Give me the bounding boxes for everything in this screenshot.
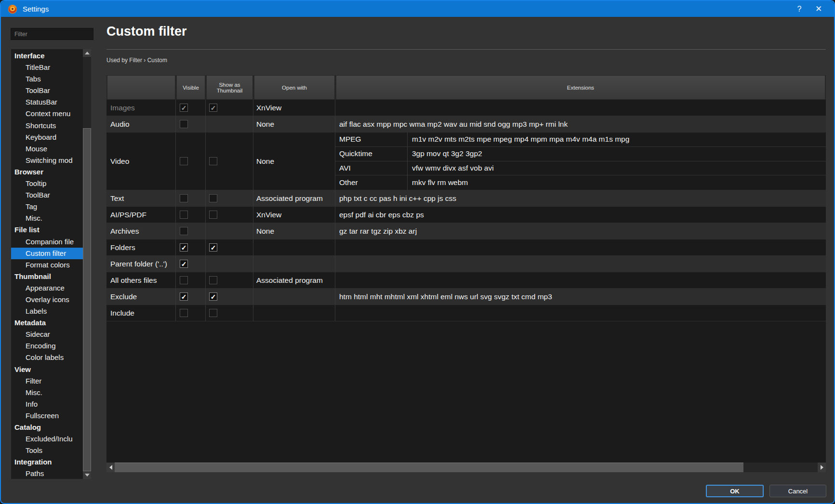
tree-item-statusbar[interactable]: StatusBar	[11, 96, 83, 108]
table-row-ai-ps-pdf[interactable]: AI/PS/PDFXnViewepsf pdf ai cbr eps cbz p…	[106, 207, 826, 223]
format-extensions[interactable]: 3gp mov qt 3g2 3gp2	[408, 147, 826, 161]
video-format-row-other[interactable]: Othermkv flv rm webm	[335, 175, 826, 190]
visible-checkbox-all-others-files[interactable]	[180, 276, 188, 284]
format-extensions[interactable]: mkv flv rm webm	[408, 175, 826, 190]
tree-group-file-list[interactable]: File list	[11, 224, 83, 236]
extensions-value[interactable]	[335, 239, 826, 255]
tree-item-color-labels[interactable]: Color labels	[11, 352, 83, 363]
thumbnail-checkbox-exclude[interactable]: ✓	[209, 292, 217, 301]
tree-item-tabs[interactable]: Tabs	[11, 73, 83, 85]
thumbnail-checkbox-text[interactable]	[209, 194, 217, 202]
table-row-exclude[interactable]: Exclude✓✓htm html mht mhtml xml xhtml em…	[106, 289, 826, 305]
tree-group-interface[interactable]: Interface	[11, 50, 83, 62]
scroll-right-button[interactable]	[818, 463, 826, 472]
column-header-open-with[interactable]: Open with	[254, 76, 334, 99]
thumbnail-checkbox-include[interactable]	[209, 309, 217, 317]
visible-checkbox-exclude[interactable]: ✓	[180, 292, 188, 301]
titlebar[interactable]: Settings ? ✕	[1, 1, 834, 17]
tree-item-appearance[interactable]: Appearance	[11, 282, 83, 294]
tree-item-switching-mod[interactable]: Switching mod	[11, 155, 83, 166]
tree-item-excluded-inclu[interactable]: Excluded/Inclu	[11, 433, 83, 445]
tree-group-thumbnail[interactable]: Thumbnail	[11, 271, 83, 282]
tree-item-keyboard[interactable]: Keyboard	[11, 132, 83, 143]
tree-item-info[interactable]: Info	[11, 398, 83, 410]
table-row-audio[interactable]: AudioNoneaif flac asx mpp mpc wma mp2 wa…	[106, 116, 826, 133]
extensions-value[interactable]: gz tar rar tgz zip xbz arj	[335, 223, 826, 239]
open-with-value[interactable]: Associated program	[253, 272, 335, 288]
tree-item-sidecar[interactable]: Sidecar	[11, 329, 83, 340]
visible-checkbox-archives[interactable]	[180, 227, 188, 235]
close-button[interactable]: ✕	[809, 4, 828, 14]
tree-item-overlay-icons[interactable]: Overlay icons	[11, 294, 83, 305]
scroll-down-button[interactable]	[83, 471, 91, 479]
tree-group-integration[interactable]: Integration	[11, 456, 83, 468]
thumbnail-checkbox-video[interactable]	[209, 157, 217, 165]
tree-item-format-colors[interactable]: Format colors	[11, 259, 83, 271]
extensions-value[interactable]	[335, 100, 826, 116]
sidebar-filter-input[interactable]	[11, 28, 93, 40]
help-button[interactable]: ?	[790, 5, 809, 13]
extensions-value[interactable]: php txt c cc pas h ini c++ cpp js css	[335, 190, 826, 206]
extensions-value[interactable]	[335, 256, 826, 272]
tree-item-misc[interactable]: Misc.	[11, 212, 83, 224]
thumbnail-checkbox-images[interactable]: ✓	[209, 104, 217, 112]
tree-item-encoding[interactable]: Encoding	[11, 340, 83, 352]
table-row-include[interactable]: Include	[106, 305, 826, 321]
h-scrollbar-thumb[interactable]	[115, 463, 743, 472]
tree-item-titlebar[interactable]: TitleBar	[11, 62, 83, 73]
tree-group-metadata[interactable]: Metadata	[11, 317, 83, 329]
video-format-row-quicktime[interactable]: Quicktime3gp mov qt 3g2 3gp2	[335, 147, 826, 161]
tree-item-mouse[interactable]: Mouse	[11, 143, 83, 155]
extensions-value[interactable]	[335, 272, 826, 288]
open-with-value[interactable]: Associated program	[253, 190, 335, 206]
tree-item-labels[interactable]: Labels	[11, 305, 83, 317]
visible-checkbox-video[interactable]	[180, 157, 188, 165]
video-format-row-avi[interactable]: AVIvfw wmv divx asf vob avi	[335, 161, 826, 176]
open-with-value[interactable]	[253, 256, 335, 272]
extensions-value[interactable]: epsf pdf ai cbr eps cbz ps	[335, 207, 826, 223]
open-with-value[interactable]	[253, 305, 335, 321]
ok-button[interactable]: OK	[706, 485, 764, 497]
tree-group-browser[interactable]: Browser	[11, 166, 83, 178]
thumbnail-checkbox-folders[interactable]: ✓	[209, 243, 217, 252]
tree-scrollbar-track[interactable]	[83, 57, 91, 128]
column-header-extensions[interactable]: Extensions	[336, 76, 825, 99]
cancel-button[interactable]: Cancel	[769, 485, 826, 497]
tree-item-toolbar[interactable]: ToolBar	[11, 85, 83, 96]
column-header-show-as-thumbnail[interactable]: Show as Thumbnail	[207, 76, 252, 99]
open-with-value[interactable]	[253, 239, 335, 255]
column-header-category[interactable]	[107, 76, 175, 99]
visible-checkbox-include[interactable]	[180, 309, 188, 317]
extensions-value[interactable]: MPEGm1v m2v mts m2ts mpe mpeg mp4 mpm mp…	[335, 133, 826, 190]
tree-item-misc[interactable]: Misc.	[11, 387, 83, 398]
format-extensions[interactable]: vfw wmv divx asf vob avi	[408, 161, 826, 175]
video-format-row-mpeg[interactable]: MPEGm1v m2v mts m2ts mpe mpeg mp4 mpm mp…	[335, 133, 826, 147]
table-row-archives[interactable]: ArchivesNonegz tar rar tgz zip xbz arj	[106, 223, 826, 239]
tree-scrollbar[interactable]	[83, 49, 91, 479]
tree-group-view[interactable]: View	[11, 364, 83, 375]
visible-checkbox-audio[interactable]	[180, 120, 188, 128]
tree-item-fullscreen[interactable]: Fullscreen	[11, 410, 83, 422]
visible-checkbox-text[interactable]	[180, 194, 188, 202]
visible-checkbox-ai-ps-pdf[interactable]	[180, 211, 188, 219]
tree-scrollbar-thumb[interactable]	[83, 128, 91, 471]
scroll-left-button[interactable]	[106, 463, 115, 472]
tree-item-companion-file[interactable]: Companion file	[11, 236, 83, 248]
open-with-value[interactable]: XnView	[253, 100, 335, 116]
table-row-text[interactable]: TextAssociated programphp txt c cc pas h…	[106, 190, 826, 207]
open-with-value[interactable]: XnView	[253, 207, 335, 223]
extensions-value[interactable]	[335, 305, 826, 321]
extensions-value[interactable]: htm html mht mhtml xml xhtml eml nws url…	[335, 289, 826, 305]
thumbnail-checkbox-ai-ps-pdf[interactable]	[209, 211, 217, 219]
tree-item-tools[interactable]: Tools	[11, 445, 83, 456]
scroll-up-button[interactable]	[83, 49, 91, 57]
format-extensions[interactable]: m1v m2v mts m2ts mpe mpeg mp4 mpm mpa m4…	[408, 133, 826, 146]
thumbnail-checkbox-all-others-files[interactable]	[209, 276, 217, 284]
open-with-value[interactable]	[253, 289, 335, 305]
visible-checkbox-folders[interactable]: ✓	[180, 243, 188, 252]
column-header-visible[interactable]: Visible	[177, 76, 205, 99]
tree-item-context-menu[interactable]: Context menu	[11, 108, 83, 119]
visible-checkbox-parent-folder[interactable]: ✓	[180, 260, 188, 268]
tree-item-tooltip[interactable]: Tooltip	[11, 178, 83, 189]
visible-checkbox-images[interactable]: ✓	[180, 104, 188, 112]
